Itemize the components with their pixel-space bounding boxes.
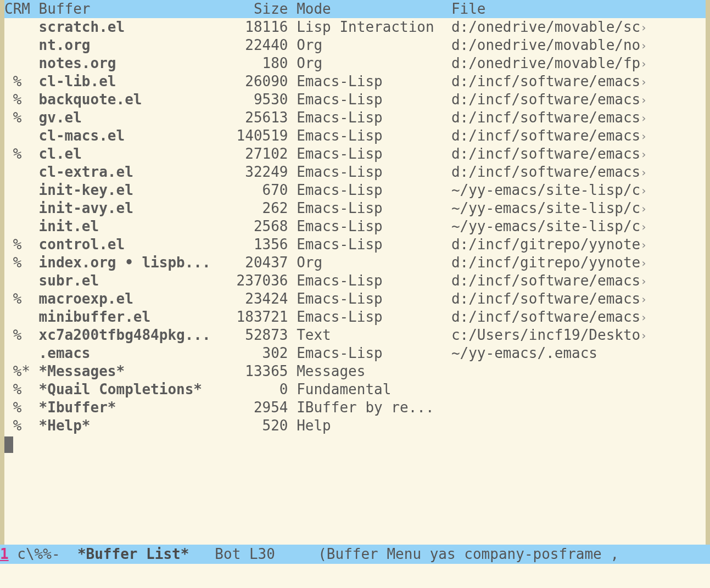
truncation-glyph-icon: ›	[640, 184, 647, 197]
buffer-file: c:/Users/incf19/Deskto	[451, 326, 640, 344]
buffer-name[interactable]: backquote.el	[39, 91, 228, 109]
buffer-list-rows[interactable]: scratch.el18116Lisp Interactiond:/onedri…	[4, 18, 706, 435]
table-row[interactable]: subr.el237036Emacs-Lispd:/incf/software/…	[4, 272, 706, 290]
table-row[interactable]: init.el2568Emacs-Lisp~/yy-emacs/site-lis…	[4, 217, 706, 236]
mode-line-modes[interactable]: (Buffer Menu yas company-posframe ,	[318, 546, 619, 562]
crm-flags: %*	[4, 362, 30, 380]
mode-line-buffer-name[interactable]: *Buffer List*	[77, 546, 189, 562]
buffer-size: 2568	[228, 217, 288, 236]
buffer-name[interactable]: nt.org	[39, 36, 228, 54]
buffer-size: 18116	[228, 18, 288, 36]
buffer-mode: Lisp Interaction	[297, 18, 443, 36]
left-fringe	[0, 0, 4, 588]
cursor-line[interactable]	[4, 435, 706, 453]
buffer-name[interactable]: init.el	[39, 217, 228, 236]
buffer-name[interactable]: notes.org	[39, 54, 228, 72]
truncation-glyph-icon: ›	[640, 220, 647, 233]
table-row[interactable]: minibuffer.el183721Emacs-Lispd:/incf/sof…	[4, 308, 706, 326]
crm-flags: %	[4, 417, 30, 435]
table-row[interactable]: % backquote.el9530Emacs-Lispd:/incf/soft…	[4, 91, 706, 109]
truncation-glyph-icon: ›	[640, 256, 647, 270]
crm-flags: %	[4, 380, 30, 399]
buffer-name[interactable]: subr.el	[39, 272, 228, 290]
buffer-mode: Emacs-Lisp	[297, 145, 443, 163]
mode-line-status: c\%%-	[9, 546, 77, 562]
table-row[interactable]: % xc7a200tfbg484pkg...52873Textc:/Users/…	[4, 326, 706, 344]
echo-area[interactable]	[0, 564, 710, 588]
truncation-glyph-icon: ›	[640, 311, 647, 324]
buffer-mode: Org	[297, 54, 443, 72]
table-row[interactable]: init-avy.el262Emacs-Lisp~/yy-emacs/site-…	[4, 199, 706, 217]
buffer-mode: Emacs-Lisp	[297, 290, 443, 308]
table-row[interactable]: nt.org22440Orgd:/onedrive/movable/no›	[4, 36, 706, 54]
table-row[interactable]: % gv.el25613Emacs-Lispd:/incf/software/e…	[4, 109, 706, 127]
buffer-name[interactable]: xc7a200tfbg484pkg...	[39, 326, 228, 344]
buffer-name[interactable]: *Ibuffer*	[39, 399, 228, 417]
header-size[interactable]: Size	[228, 0, 288, 18]
buffer-name[interactable]: minibuffer.el	[39, 308, 228, 326]
header-file[interactable]: File	[451, 0, 486, 18]
buffer-mode: Emacs-Lisp	[297, 127, 443, 145]
table-row[interactable]: % *Quail Completions*0Fundamental	[4, 380, 706, 399]
buffer-file: d:/onedrive/movable/sc	[451, 18, 640, 36]
table-row[interactable]: scratch.el18116Lisp Interactiond:/onedri…	[4, 18, 706, 36]
buffer-name[interactable]: scratch.el	[39, 18, 228, 36]
buffer-size: 32249	[228, 163, 288, 181]
buffer-size: 23424	[228, 290, 288, 308]
buffer-size: 52873	[228, 326, 288, 344]
header-mode[interactable]: Mode	[297, 0, 443, 18]
buffer-size: 140519	[228, 127, 288, 145]
buffer-name[interactable]: .emacs	[39, 344, 228, 362]
buffer-name[interactable]: macroexp.el	[39, 290, 228, 308]
table-row[interactable]: % macroexp.el23424Emacs-Lispd:/incf/soft…	[4, 290, 706, 308]
truncation-glyph-icon: ›	[640, 238, 647, 251]
buffer-size: 9530	[228, 91, 288, 109]
buffer-name[interactable]: cl-extra.el	[39, 163, 228, 181]
buffer-name[interactable]: *Messages*	[39, 362, 228, 380]
table-row[interactable]: % cl.el27102Emacs-Lispd:/incf/software/e…	[4, 145, 706, 163]
buffer-list-window[interactable]: CRMBufferSizeModeFile scratch.el18116Lis…	[4, 0, 706, 588]
buffer-mode: Emacs-Lisp	[297, 308, 443, 326]
buffer-mode: Emacs-Lisp	[297, 344, 443, 362]
buffer-mode: Emacs-Lisp	[297, 72, 443, 91]
crm-flags	[4, 54, 30, 72]
mode-line[interactable]: 1 c\%%- *Buffer List* Bot L30 (Buffer Me…	[0, 545, 710, 564]
buffer-file: d:/incf/gitrepo/yynote	[451, 236, 640, 254]
buffer-mode: Emacs-Lisp	[297, 199, 443, 217]
table-row[interactable]: cl-extra.el32249Emacs-Lispd:/incf/softwa…	[4, 163, 706, 181]
header-crm[interactable]: CRM	[4, 0, 30, 18]
table-row[interactable]: %**Messages*13365Messages	[4, 362, 706, 380]
buffer-file: d:/incf/gitrepo/yynote	[451, 254, 640, 272]
crm-flags	[4, 217, 30, 236]
table-row[interactable]: % cl-lib.el26090Emacs-Lispd:/incf/softwa…	[4, 72, 706, 91]
header-buffer[interactable]: Buffer	[39, 0, 228, 18]
crm-flags: %	[4, 290, 30, 308]
buffer-name[interactable]: cl-macs.el	[39, 127, 228, 145]
table-row[interactable]: % *Ibuffer*2954IBuffer by re...	[4, 399, 706, 417]
table-row[interactable]: notes.org180Orgd:/onedrive/movable/fp›	[4, 54, 706, 72]
table-row[interactable]: init-key.el670Emacs-Lisp~/yy-emacs/site-…	[4, 181, 706, 199]
crm-flags	[4, 181, 30, 199]
buffer-name[interactable]: init-key.el	[39, 181, 228, 199]
buffer-name[interactable]: cl-lib.el	[39, 72, 228, 91]
buffer-name[interactable]: index.org • lispb...	[39, 254, 228, 272]
crm-flags	[4, 163, 30, 181]
buffer-size: 13365	[228, 362, 288, 380]
buffer-name[interactable]: gv.el	[39, 109, 228, 127]
table-row[interactable]: % *Help*520Help	[4, 417, 706, 435]
buffer-size: 2954	[228, 399, 288, 417]
table-row[interactable]: % control.el1356Emacs-Lispd:/incf/gitrep…	[4, 236, 706, 254]
buffer-name[interactable]: *Help*	[39, 417, 228, 435]
buffer-name[interactable]: init-avy.el	[39, 199, 228, 217]
crm-flags: %	[4, 91, 30, 109]
buffer-name[interactable]: control.el	[39, 236, 228, 254]
buffer-name[interactable]: cl.el	[39, 145, 228, 163]
table-row[interactable]: cl-macs.el140519Emacs-Lispd:/incf/softwa…	[4, 127, 706, 145]
table-row[interactable]: % index.org • lispb...20437Orgd:/incf/gi…	[4, 254, 706, 272]
buffer-size: 25613	[228, 109, 288, 127]
table-row[interactable]: .emacs302Emacs-Lisp~/yy-emacs/.emacs	[4, 344, 706, 362]
buffer-file: ~/yy-emacs/site-lisp/c	[451, 181, 640, 199]
buffer-name[interactable]: *Quail Completions*	[39, 380, 228, 399]
buffer-file: d:/incf/software/emacs	[451, 91, 640, 109]
buffer-size: 180	[228, 54, 288, 72]
